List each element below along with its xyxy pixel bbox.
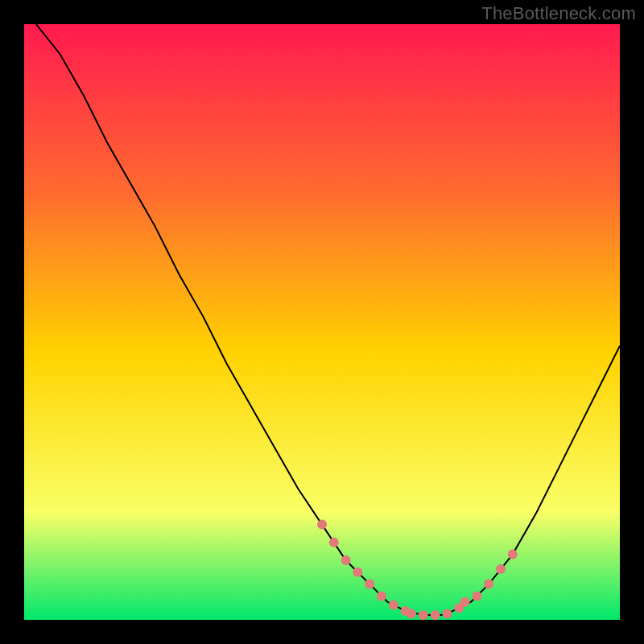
highlight-point [496,564,506,574]
highlight-point [419,610,428,620]
highlight-point [377,591,386,601]
gradient-background [24,24,620,620]
highlight-point [407,609,416,619]
highlight-point [353,568,362,577]
highlight-point [389,601,398,610]
highlight-point [329,538,339,547]
highlight-point [317,520,327,530]
chart-frame: TheBottleneck.com [0,0,644,644]
plot-svg [24,24,620,620]
highlight-point [341,555,351,565]
highlight-point [365,580,374,589]
highlight-point [431,610,440,620]
highlight-point [484,580,493,589]
highlight-point [460,597,470,607]
highlight-point [472,591,481,601]
watermark-text: TheBottleneck.com [481,3,636,24]
highlight-point [442,609,452,619]
highlight-point [508,550,518,559]
plot-area [24,24,620,620]
